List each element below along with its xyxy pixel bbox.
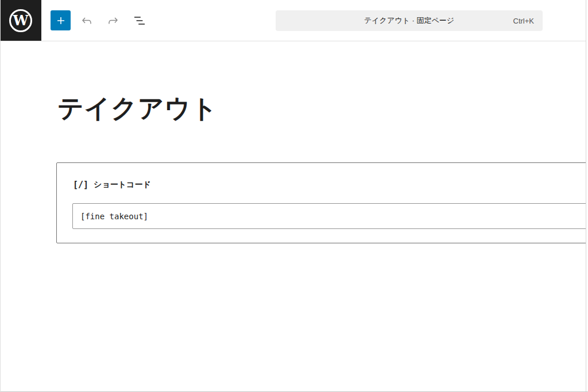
undo-arrow-icon	[80, 14, 94, 28]
canvas-right-edge-line	[586, 0, 586, 392]
command-shortcut-label: Ctrl+K	[513, 17, 534, 25]
shortcode-block[interactable]: [/] ショートコード	[56, 162, 588, 243]
wordpress-logo-icon: W	[8, 8, 33, 33]
post-title[interactable]: テイクアウト	[57, 94, 218, 123]
plus-icon	[54, 14, 68, 28]
command-center-button[interactable]: テイクアウト · 固定ページ Ctrl+K	[276, 10, 543, 31]
undo-button[interactable]	[76, 10, 97, 31]
shortcode-label-text: ショートコード	[94, 180, 151, 190]
svg-text:W: W	[13, 12, 29, 29]
window-left-edge-line	[0, 0, 1, 392]
shortcode-block-label: [/] ショートコード	[73, 180, 151, 190]
redo-arrow-icon	[106, 14, 120, 28]
wordpress-logo-button[interactable]: W	[0, 0, 41, 41]
shortcode-icon: [/]	[73, 180, 88, 190]
document-overview-icon	[133, 14, 146, 28]
editor-topbar: W テイクアウト · 固定ページ	[0, 0, 588, 41]
redo-button[interactable]	[103, 10, 123, 31]
shortcode-input[interactable]	[72, 203, 588, 229]
editor-canvas[interactable]: テイクアウト [/] ショートコード	[0, 41, 588, 392]
document-title-label: テイクアウト · 固定ページ	[364, 15, 454, 26]
block-inserter-button[interactable]	[51, 10, 71, 30]
document-overview-button[interactable]	[129, 10, 150, 31]
